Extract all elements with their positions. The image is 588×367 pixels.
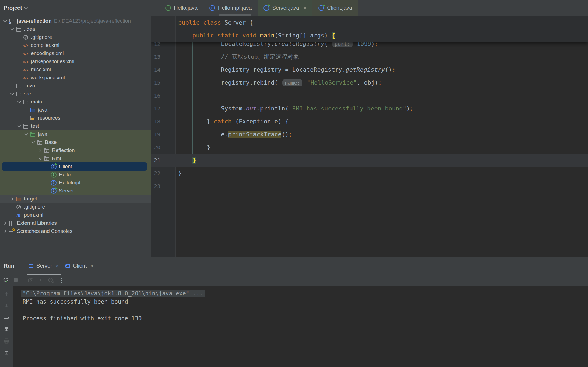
scroll-up-icon[interactable]	[3, 290, 10, 298]
tree-item-client[interactable]: Client	[0, 162, 151, 171]
soft-wrap-icon[interactable]	[3, 314, 10, 322]
line-number[interactable]: 18	[151, 115, 175, 128]
code-line-19[interactable]: 19 e.printStackTrace();	[151, 128, 588, 141]
tree-label: compiler.xml	[31, 42, 59, 48]
tree-item-external-libraries[interactable]: External Libraries	[0, 219, 151, 227]
code-line-6[interactable]: 6 public class Server {	[151, 16, 588, 29]
maven-icon	[17, 212, 21, 218]
code-editor[interactable]: 12 LocateRegistry.createRegistry( port: …	[151, 16, 588, 257]
tree-item-server[interactable]: Server	[0, 187, 151, 195]
tree-item-idea[interactable]: .idea	[0, 25, 151, 33]
tree-item-gitignore-root[interactable]: .gitignore	[0, 203, 151, 211]
tree-label: java-reflection	[17, 18, 52, 24]
search-highlight: printStackTrace	[228, 131, 281, 138]
code-line-21[interactable]: 21 }	[151, 154, 588, 167]
code-line-13[interactable]: 13 // 获取stub、绑定远程对象	[151, 50, 588, 63]
chevron-down-icon[interactable]	[30, 142, 36, 143]
tree-item-main-java[interactable]: java	[0, 106, 151, 114]
clear-console-icon[interactable]	[3, 350, 10, 357]
tab-server-java[interactable]: Server.java ×	[258, 0, 312, 16]
tree-item-jarrepositories-xml[interactable]: jarRepositories.xml	[0, 57, 151, 65]
more-options-button[interactable]: ⋮	[57, 277, 66, 284]
chevron-right-icon[interactable]	[2, 222, 8, 224]
code-line-20[interactable]: 20 }	[151, 141, 588, 154]
stop-button[interactable]	[13, 277, 19, 284]
print-icon[interactable]	[3, 338, 10, 345]
tree-item-hello[interactable]: Hello	[0, 171, 151, 179]
code-line-14[interactable]: 14 Registry registry = LocateRegistry.ge…	[151, 63, 588, 76]
tab-scrollbar-thumb[interactable]	[219, 14, 251, 16]
code-line-23[interactable]: 23	[151, 180, 588, 193]
line-number[interactable]: 20	[151, 141, 175, 154]
tree-item-src[interactable]: src	[0, 90, 151, 98]
tree-item-scratches[interactable]: Scratches and Consoles	[0, 227, 151, 235]
line-number[interactable]: 19	[151, 128, 175, 141]
line-number[interactable]: 21	[151, 154, 175, 167]
chevron-right-icon[interactable]	[2, 230, 8, 233]
line-number[interactable]: 23	[151, 180, 175, 193]
tree-item-mvn[interactable]: .mvn	[0, 82, 151, 90]
code-line-17[interactable]: 17 System.out.println("RMI has successfu…	[151, 102, 588, 115]
tree-item-test-java[interactable]: java	[0, 130, 151, 138]
tree-item-reflection[interactable]: Reflection	[0, 146, 151, 154]
chevron-down-icon[interactable]	[9, 93, 15, 95]
line-number[interactable]: 14	[151, 63, 175, 76]
tree-item-base[interactable]: Base	[0, 138, 151, 146]
tree-item-workspace-xml[interactable]: workspace.xml	[0, 74, 151, 82]
tree-item-target[interactable]: target	[0, 195, 151, 203]
code-line-18[interactable]: 18 } catch (Exception e) {	[151, 115, 588, 128]
code-line-7[interactable]: 7 public static void main(String[] args)…	[151, 29, 588, 42]
tree-label: Rmi	[52, 155, 61, 161]
tree-item-misc-xml[interactable]: misc.xml	[0, 65, 151, 74]
tree-item-gitignore[interactable]: .gitignore	[0, 33, 151, 41]
run-tab-client[interactable]: Client ×	[62, 257, 97, 275]
tree-item-compiler-xml[interactable]: compiler.xml	[0, 41, 151, 49]
sticky-lines-panel[interactable]: 6 public class Server { 7 public static …	[151, 16, 588, 42]
chevron-down-icon[interactable]	[2, 20, 8, 22]
chevron-down-icon[interactable]	[16, 101, 22, 103]
profiler-button[interactable]	[47, 277, 54, 284]
line-number[interactable]: 13	[151, 50, 175, 63]
project-tool-window-header[interactable]: Project	[4, 5, 28, 11]
code-line-15[interactable]: 15 registry.rebind( name: "HelloService"…	[151, 76, 588, 89]
tab-helloimpl-java[interactable]: HelloImpl.java	[203, 0, 258, 16]
rerun-button[interactable]	[3, 277, 9, 284]
tree-label: Scratches and Consoles	[17, 228, 72, 234]
line-number[interactable]: 16	[151, 89, 175, 102]
scroll-down-icon[interactable]	[3, 302, 10, 310]
close-icon[interactable]: ×	[303, 5, 307, 12]
runnable-class-icon	[318, 5, 324, 11]
code-line-16[interactable]: 16	[151, 89, 588, 102]
scroll-to-end-icon[interactable]	[3, 326, 10, 334]
tree-item-resources[interactable]: resources	[0, 114, 151, 122]
snapshot-button[interactable]	[27, 277, 34, 284]
tree-item-test[interactable]: test	[0, 122, 151, 130]
line-number[interactable]: 22	[151, 167, 175, 180]
thread-dump-button[interactable]	[37, 277, 44, 284]
tree-item-helloimpl[interactable]: HelloImpl	[0, 179, 151, 187]
close-icon[interactable]: ×	[90, 263, 93, 269]
xml-file-icon	[23, 42, 28, 48]
line-number[interactable]: 15	[151, 76, 175, 89]
chevron-down-icon[interactable]	[16, 126, 22, 127]
run-tab-server[interactable]: Server ×	[26, 257, 62, 275]
tree-item-main[interactable]: main	[0, 98, 151, 106]
chevron-down-icon[interactable]	[9, 29, 15, 30]
code-line-22[interactable]: 22 }	[151, 167, 588, 180]
run-console[interactable]: "C:\Program Files\Java\jdk1.8.0_201\bin\…	[13, 286, 588, 367]
tree-item-java-reflection[interactable]: java-reflection E:\IDEA123\project\java-…	[0, 17, 151, 25]
chevron-right-icon[interactable]	[37, 149, 43, 152]
run-toolbar: ⋮	[0, 275, 588, 286]
tab-hello-java[interactable]: Hello.java	[159, 0, 203, 16]
chevron-down-icon[interactable]	[37, 158, 43, 159]
tree-item-encodings-xml[interactable]: encodings.xml	[0, 49, 151, 57]
tree-item-rmi[interactable]: Rmi	[0, 154, 151, 162]
chevron-down-icon[interactable]	[23, 134, 29, 135]
xml-file-icon	[23, 75, 28, 81]
tree-item-pom-xml[interactable]: pom.xml	[0, 211, 151, 219]
close-icon[interactable]: ×	[56, 263, 59, 269]
line-number[interactable]: 17	[151, 102, 175, 115]
tab-client-java[interactable]: Client.java	[312, 0, 358, 16]
chevron-right-icon[interactable]	[9, 198, 15, 200]
scratches-icon	[9, 229, 14, 233]
